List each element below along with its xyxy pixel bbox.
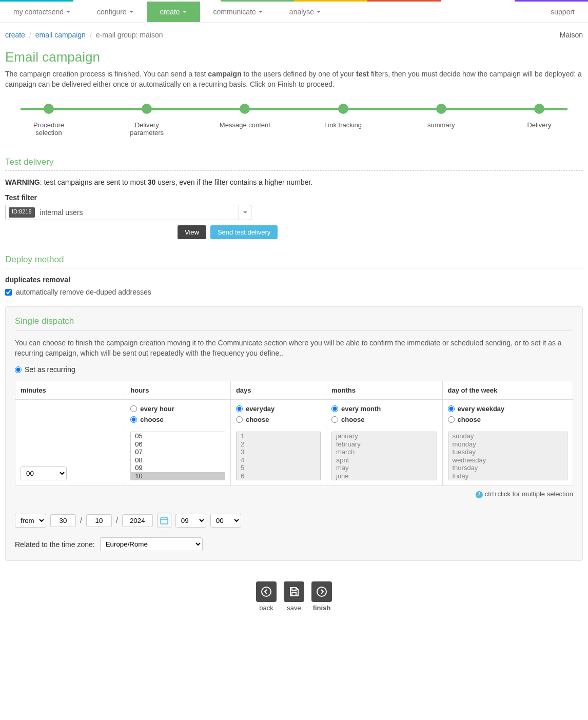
- step-message-content: Message content: [217, 104, 273, 137]
- save-button[interactable]: save: [284, 581, 304, 612]
- breadcrumb: create / email campaign / e-mail group: …: [5, 27, 583, 43]
- minutes-select[interactable]: 00: [21, 466, 67, 480]
- dedupe-label: automatically remove de-duped addresses: [16, 288, 151, 296]
- list-item[interactable]: 08: [131, 456, 225, 464]
- list-item: 5: [237, 464, 320, 472]
- set-recurring-radio[interactable]: [15, 366, 22, 373]
- breadcrumb-email-campaign[interactable]: email campaign: [35, 31, 86, 39]
- chevron-down-icon: [317, 11, 321, 13]
- list-item: 1: [237, 432, 320, 440]
- chevron-down-icon: [183, 11, 187, 13]
- from-select[interactable]: from: [15, 514, 46, 528]
- timezone-select[interactable]: Europe/Rome: [100, 537, 203, 551]
- set-recurring-label: Set as recurring: [25, 365, 75, 374]
- col-hours: hours: [125, 381, 231, 400]
- hours-every-radio[interactable]: [130, 405, 137, 412]
- nav-create[interactable]: create: [147, 2, 200, 22]
- from-month-input[interactable]: [86, 514, 112, 527]
- svg-point-4: [262, 587, 271, 596]
- days-choose-radio[interactable]: [236, 416, 243, 423]
- list-item: 2: [237, 440, 320, 449]
- list-item: monday: [448, 440, 567, 449]
- list-item[interactable]: 10: [131, 472, 225, 480]
- nav-analyse[interactable]: analyse: [276, 2, 334, 22]
- finish-button[interactable]: finish: [311, 581, 332, 612]
- col-minutes: minutes: [15, 381, 125, 400]
- single-dispatch-desc: You can choose to finish the campaign cr…: [15, 338, 573, 358]
- save-icon: [284, 581, 304, 602]
- days-every-radio[interactable]: [236, 405, 243, 412]
- col-day-of-the-week: day of the week: [442, 381, 573, 400]
- months-listbox: januaryfebruarymarchaprilmayjune: [331, 432, 437, 480]
- duplicates-label: duplicates removal: [5, 276, 583, 284]
- breadcrumb-sep: /: [29, 31, 31, 39]
- calendar-icon[interactable]: [157, 513, 171, 528]
- from-hour-select[interactable]: 09: [175, 514, 206, 528]
- list-item: may: [332, 464, 437, 472]
- list-item[interactable]: 09: [131, 464, 225, 472]
- list-item: 3: [237, 448, 320, 456]
- list-item[interactable]: 07: [131, 448, 225, 456]
- arrow-right-icon: [311, 581, 332, 602]
- step-summary: summary: [413, 104, 469, 137]
- breadcrumb-account: Maison: [560, 31, 583, 39]
- step-delivery-parameters: Delivery parameters: [119, 104, 175, 137]
- months-choose-radio[interactable]: [331, 416, 338, 423]
- chevron-down-icon: [259, 11, 263, 13]
- warning-text: WARNING: test campaigns are sent to most…: [5, 178, 583, 186]
- send-test-button[interactable]: Send test delivery: [210, 225, 278, 239]
- list-item: january: [332, 432, 437, 440]
- filter-id-badge: ID:8216: [9, 207, 35, 218]
- list-item: sunday: [448, 432, 567, 440]
- dedupe-checkbox[interactable]: [5, 289, 12, 296]
- svg-rect-5: [292, 588, 296, 590]
- breadcrumb-create[interactable]: create: [5, 31, 25, 39]
- multi-select-hint: ictrl+click for multiple selection: [15, 490, 573, 498]
- from-day-input[interactable]: [50, 514, 76, 527]
- from-min-select[interactable]: 00: [210, 514, 241, 528]
- back-button[interactable]: back: [256, 581, 277, 612]
- dow-choose-radio[interactable]: [448, 416, 455, 423]
- hours-choose-radio[interactable]: [130, 416, 137, 423]
- filter-name: internal users: [38, 205, 239, 220]
- hours-listbox[interactable]: 05060708091011: [130, 432, 225, 480]
- chevron-down-icon: [66, 11, 70, 13]
- timezone-label: Related to the time zone:: [15, 540, 95, 549]
- list-item: april: [332, 456, 437, 464]
- chevron-down-icon[interactable]: [239, 205, 251, 220]
- breadcrumb-sep: /: [90, 31, 92, 39]
- list-item[interactable]: 11: [131, 480, 225, 480]
- svg-rect-6: [292, 592, 296, 596]
- svg-rect-0: [161, 518, 168, 524]
- list-item[interactable]: 05: [131, 432, 225, 440]
- list-item: february: [332, 440, 437, 449]
- nav-my-contactsend[interactable]: my contactsend: [0, 2, 84, 22]
- step-procedure-selection: Procedure selection: [21, 104, 77, 137]
- single-dispatch-panel: Single dispatch You can choose to finish…: [5, 306, 583, 561]
- intro-text: The campaign creation process is finishe…: [5, 69, 583, 89]
- test-filter-select[interactable]: ID:8216 internal users: [5, 205, 251, 220]
- page-title: Email campaign: [5, 49, 583, 65]
- days-listbox: 123456: [236, 432, 321, 480]
- dow-listbox: sundaymondaytuesdaywednesdaythursdayfrid…: [448, 432, 568, 480]
- section-deploy-method: Deploy method: [5, 255, 583, 268]
- nav-support[interactable]: support: [537, 2, 588, 22]
- info-icon: i: [476, 491, 483, 498]
- step-delivery: Delivery: [511, 104, 567, 137]
- list-item: 6: [237, 472, 320, 480]
- breadcrumb-current: e-mail group: maison: [96, 31, 163, 39]
- list-item: wednesday: [448, 456, 567, 464]
- nav-communicate[interactable]: communicate: [200, 2, 276, 22]
- test-filter-label: Test filter: [5, 193, 583, 202]
- arrow-left-icon: [256, 581, 277, 602]
- list-item[interactable]: 06: [131, 440, 225, 449]
- dow-every-radio[interactable]: [448, 405, 455, 412]
- schedule-table: minuteshoursdaysmonthsday of the week 00…: [15, 381, 573, 486]
- list-item: march: [332, 448, 437, 456]
- list-item: thursday: [448, 464, 567, 472]
- months-every-radio[interactable]: [331, 405, 338, 412]
- nav-configure[interactable]: configure: [84, 2, 147, 22]
- from-year-input[interactable]: [122, 514, 153, 527]
- view-button[interactable]: View: [178, 225, 206, 239]
- col-months: months: [326, 381, 443, 400]
